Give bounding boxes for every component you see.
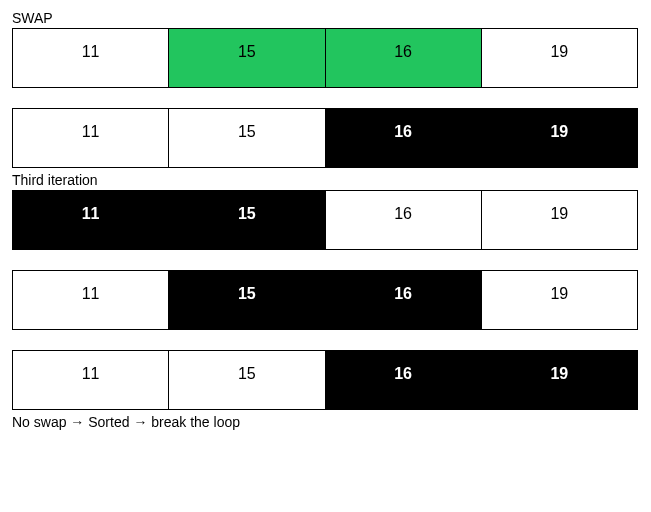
array-cell: 16 [326, 109, 482, 167]
array-cell: 15 [169, 351, 325, 409]
array-row: 11 15 16 19 [12, 350, 638, 410]
array-row: 11 15 16 19 [12, 28, 638, 88]
array-cell: 19 [482, 29, 637, 87]
array-cell: 11 [13, 191, 169, 249]
swap-label: SWAP [12, 10, 639, 26]
array-cell: 11 [13, 109, 169, 167]
array-cell: 19 [482, 191, 637, 249]
array-cell: 15 [169, 29, 325, 87]
array-row: 11 15 16 19 [12, 190, 638, 250]
array-cell: 16 [326, 29, 482, 87]
array-cell: 15 [169, 191, 325, 249]
third-iteration-label: Third iteration [12, 172, 639, 188]
array-cell: 19 [482, 351, 637, 409]
array-cell: 16 [326, 271, 482, 329]
no-swap-label: No swap → Sorted → break the loop [12, 414, 639, 430]
array-cell: 11 [13, 29, 169, 87]
array-cell: 11 [13, 271, 169, 329]
array-cell: 16 [326, 351, 482, 409]
array-cell: 15 [169, 271, 325, 329]
array-cell: 11 [13, 351, 169, 409]
array-row: 11 15 16 19 [12, 108, 638, 168]
array-cell: 15 [169, 109, 325, 167]
array-row: 11 15 16 19 [12, 270, 638, 330]
array-cell: 19 [482, 271, 637, 329]
array-cell: 19 [482, 109, 637, 167]
array-cell: 16 [326, 191, 482, 249]
